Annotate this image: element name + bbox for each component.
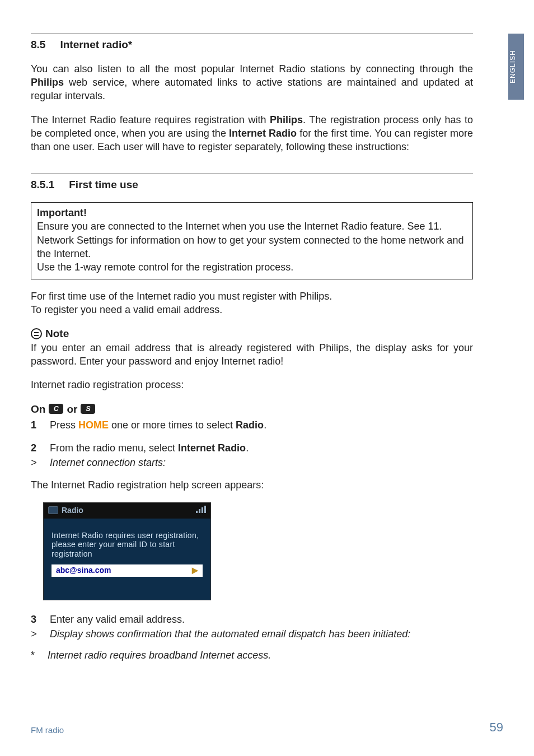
language-tab: ENGLISH — [508, 34, 524, 100]
step-2-result: > Internet connection starts: — [31, 456, 473, 469]
on-c-or-s: On C or S — [31, 402, 473, 417]
chip-s-icon: S — [81, 404, 95, 414]
note-label: Note — [45, 326, 69, 341]
page-footer: FM radio 59 — [31, 719, 503, 736]
result-marker: > — [31, 627, 41, 641]
section-title: Internet radio* — [60, 38, 132, 52]
note-text: If you enter an email address that is al… — [31, 341, 473, 368]
paragraph: To register you need a valid email addre… — [31, 303, 473, 316]
step-text: Enter any valid email address. — [50, 613, 185, 626]
footnote: * Internet radio requires broadband Inte… — [31, 648, 473, 662]
text: You can also listen to all the most popu… — [31, 63, 473, 74]
paragraph: You can also listen to all the most popu… — [31, 62, 473, 103]
footer-section: FM radio — [31, 725, 64, 736]
text: or — [67, 402, 77, 417]
important-box: Important! Ensure you are connected to t… — [31, 202, 473, 279]
step-3: 3 Enter any valid email address. — [31, 613, 473, 626]
step-3-result: > Display shows confirmation that the au… — [31, 627, 473, 641]
screenshot-title: Radio — [62, 505, 83, 516]
text: . — [246, 442, 249, 454]
divider — [31, 174, 473, 174]
device-screenshot: Radio Internet Radio requires user regis… — [43, 502, 211, 600]
screenshot-header: Radio — [48, 505, 206, 516]
step-text: From the radio menu, select Internet Rad… — [50, 441, 249, 455]
brand-name: Philips — [31, 77, 64, 88]
paragraph: The Internet Radio registration help scr… — [31, 478, 473, 492]
footnote-marker: * — [31, 648, 41, 662]
section-number: 8.5 — [31, 38, 45, 52]
radio-icon — [48, 506, 58, 514]
button-ref: HOME — [78, 419, 109, 431]
text: one or more times to select — [109, 419, 236, 431]
section-heading-8-5: 8.5 Internet radio* — [31, 38, 473, 52]
page-number: 59 — [490, 719, 503, 736]
note-heading: Note — [31, 326, 473, 341]
brand-name: Philips — [270, 114, 303, 125]
paragraph: The Internet Radio feature requires regi… — [31, 113, 473, 154]
result-marker: > — [31, 456, 41, 469]
text: Press — [50, 419, 78, 431]
text: . — [264, 419, 266, 431]
page-content: 8.5 Internet radio* You can also listen … — [0, 0, 504, 684]
box-text: Ensure you are connected to the Internet… — [37, 220, 467, 260]
screenshot-input: abc@sina.com ▶ — [51, 564, 203, 577]
screenshot-input-text: abc@sina.com — [56, 565, 111, 576]
chip-c-icon: C — [49, 404, 63, 414]
menu-ref: Radio — [236, 419, 264, 431]
divider — [31, 34, 473, 34]
step-number: 3 — [31, 613, 41, 626]
menu-ref: Internet Radio — [178, 442, 246, 454]
arrow-right-icon: ▶ — [192, 565, 198, 576]
feature-name: Internet Radio — [229, 128, 297, 139]
result-text: Display shows confirmation that the auto… — [50, 627, 410, 641]
section-heading-8-5-1: 8.5.1 First time use — [31, 178, 473, 192]
box-text: Use the 1-way remote control for the reg… — [37, 260, 467, 274]
paragraph: For first time use of the Internet radio… — [31, 290, 473, 303]
footnote-text: Internet radio requires broadband Intern… — [48, 648, 271, 662]
section-number: 8.5.1 — [31, 178, 54, 192]
step-number: 1 — [31, 418, 41, 432]
text: On — [31, 402, 45, 417]
step-number: 2 — [31, 441, 41, 455]
text: The Internet Radio feature requires regi… — [31, 114, 270, 125]
text: From the radio menu, select — [50, 442, 178, 454]
note-icon — [31, 328, 42, 339]
paragraph: Internet radio registration process: — [31, 378, 473, 391]
signal-icon — [196, 505, 206, 513]
text: web service, where automated links to ac… — [31, 77, 473, 101]
step-text: Press HOME one or more times to select R… — [50, 418, 266, 432]
screenshot-message: Internet Radio requires user registratio… — [51, 531, 203, 559]
step-1: 1 Press HOME one or more times to select… — [31, 418, 473, 432]
box-title: Important! — [37, 206, 467, 220]
step-2: 2 From the radio menu, select Internet R… — [31, 441, 473, 455]
section-title: First time use — [69, 178, 138, 192]
result-text: Internet connection starts: — [50, 456, 166, 469]
